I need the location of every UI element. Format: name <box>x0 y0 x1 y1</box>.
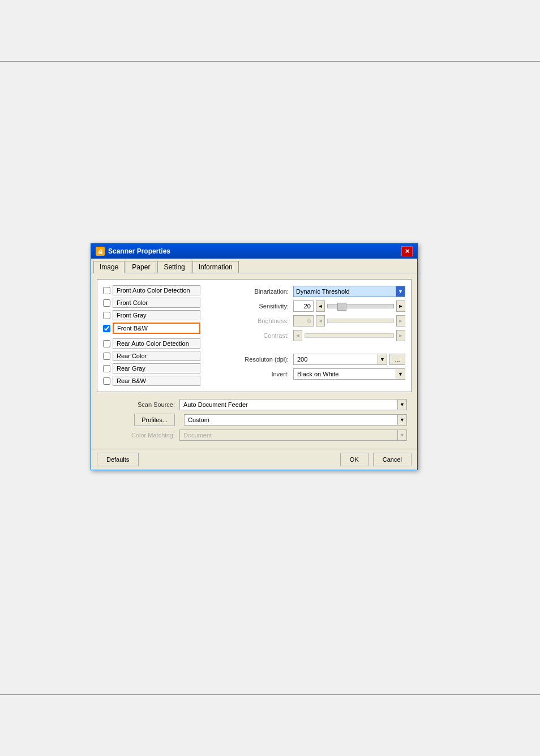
scan-source-control: Auto Document Feeder ▼ <box>179 399 407 410</box>
front-gray-item: Front Gray <box>103 310 216 320</box>
front-gray-checkbox[interactable] <box>103 312 110 319</box>
scan-source-value: Auto Document Feeder <box>180 400 251 409</box>
rear-color-checkbox[interactable] <box>103 353 110 360</box>
profiles-arrow[interactable]: ▼ <box>397 415 406 425</box>
contrast-row: Contrast: ◄ ► <box>221 329 405 342</box>
sensitivity-left-btn[interactable]: ◄ <box>316 300 325 312</box>
front-checkboxes: Front Auto Color Detection Front Color F… <box>103 285 216 334</box>
profiles-button[interactable]: Profiles... <box>134 414 175 426</box>
tab-paper[interactable]: Paper <box>126 261 156 273</box>
binarization-dropdown[interactable]: Dynamic Threshold ▼ <box>293 286 405 297</box>
dialog-tabs: Image Paper Setting Information <box>91 259 417 273</box>
profiles-row: Profiles... Custom ▼ <box>101 414 407 426</box>
dialog-title: 🖨 Scanner Properties <box>96 247 170 256</box>
close-button[interactable]: ✕ <box>401 246 413 256</box>
brightness-row: Brightness: ◄ ► <box>221 315 405 327</box>
dialog-footer: Defaults OK Cancel <box>91 449 417 470</box>
resolution-dots-btn[interactable]: ... <box>389 354 405 365</box>
binarization-label: Binarization: <box>221 288 289 295</box>
profiles-value: Custom <box>185 415 213 424</box>
invert-value: Black on White <box>294 370 342 379</box>
binarization-value: Dynamic Threshold <box>294 287 352 296</box>
front-color-item: Front Color <box>103 298 216 308</box>
rear-bw-item: Rear B&W <box>103 376 216 386</box>
rear-color-label: Rear Color <box>113 351 200 361</box>
brightness-label: Brightness: <box>221 317 289 324</box>
binarization-row: Binarization: Dynamic Threshold ▼ <box>221 285 405 298</box>
cancel-button[interactable]: Cancel <box>373 453 412 466</box>
color-matching-control: Document ▼ <box>179 429 407 441</box>
invert-dropdown[interactable]: Black on White ▼ <box>293 368 405 380</box>
sensitivity-right-btn[interactable]: ► <box>396 300 405 312</box>
resolution-arrow[interactable]: ▼ <box>378 354 387 364</box>
main-panel: Front Auto Color Detection Front Color F… <box>97 279 412 392</box>
brightness-right-btn: ► <box>396 315 405 327</box>
invert-control: Black on White ▼ <box>293 368 405 380</box>
binarization-control: Dynamic Threshold ▼ <box>293 286 405 297</box>
contrast-right-btn: ► <box>396 330 405 341</box>
rear-color-item: Rear Color <box>103 351 216 361</box>
scan-source-dropdown[interactable]: Auto Document Feeder ▼ <box>179 399 407 410</box>
invert-row: Invert: Black on White ▼ <box>221 368 405 380</box>
front-bw-item: Front B&W <box>103 323 216 334</box>
dialog-content: Front Auto Color Detection Front Color F… <box>91 273 417 449</box>
contrast-slider <box>305 333 394 338</box>
invert-arrow[interactable]: ▼ <box>396 369 405 379</box>
rear-auto-color-checkbox[interactable] <box>103 340 110 347</box>
checkbox-columns: Front Auto Color Detection Front Color F… <box>103 285 216 386</box>
front-color-label: Front Color <box>113 298 200 308</box>
image-selection: Front Auto Color Detection Front Color F… <box>103 285 405 386</box>
sensitivity-slider[interactable] <box>327 304 394 308</box>
rear-gray-checkbox[interactable] <box>103 365 110 372</box>
contrast-label: Contrast: <box>221 332 289 339</box>
front-color-checkbox[interactable] <box>103 299 110 307</box>
sensitivity-control: ◄ ► <box>293 300 405 312</box>
invert-label: Invert: <box>221 371 289 377</box>
color-matching-dropdown: Document ▼ <box>179 429 407 441</box>
color-matching-arrow: ▼ <box>397 430 406 440</box>
binarization-arrow[interactable]: ▼ <box>396 286 405 297</box>
defaults-button[interactable]: Defaults <box>97 453 139 466</box>
color-matching-row: Color Matching: Document ▼ <box>101 429 407 441</box>
resolution-label: Resoluton (dpi): <box>221 356 289 363</box>
rear-gray-item: Rear Gray <box>103 363 216 373</box>
dialog-title-text: Scanner Properties <box>108 247 170 255</box>
sensitivity-thumb[interactable] <box>337 303 346 311</box>
scanner-icon: 🖨 <box>96 247 105 256</box>
dialog-titlebar: 🖨 Scanner Properties ✕ <box>91 244 417 259</box>
front-auto-color-label: Front Auto Color Detection <box>113 285 200 295</box>
front-gray-label: Front Gray <box>113 310 200 320</box>
brightness-left-btn: ◄ <box>316 315 325 327</box>
tab-setting[interactable]: Setting <box>157 261 191 273</box>
ok-button[interactable]: OK <box>340 453 368 466</box>
rear-auto-color-label: Rear Auto Color Detection <box>113 338 200 349</box>
resolution-value: 200 <box>294 355 311 364</box>
rear-gray-label: Rear Gray <box>113 363 200 373</box>
sensitivity-row: Sensitivity: ◄ ► <box>221 300 405 312</box>
scanner-properties-dialog: 🖨 Scanner Properties ✕ Image Paper Setti… <box>91 243 418 470</box>
resolution-control: 200 ▼ ... <box>293 354 405 365</box>
rear-bw-checkbox[interactable] <box>103 377 110 385</box>
rear-auto-color-item: Rear Auto Color Detection <box>103 338 216 349</box>
sensitivity-label: Sensitivity: <box>221 303 289 310</box>
sensitivity-input[interactable] <box>293 300 314 312</box>
front-bw-label: Front B&W <box>113 323 200 334</box>
scan-source-arrow[interactable]: ▼ <box>397 400 406 410</box>
rear-bw-label: Rear B&W <box>113 376 200 386</box>
front-auto-color-item: Front Auto Color Detection <box>103 285 216 295</box>
scan-source-row: Scan Source: Auto Document Feeder ▼ <box>101 399 407 410</box>
tab-image[interactable]: Image <box>93 261 125 273</box>
front-auto-color-checkbox[interactable] <box>103 287 110 294</box>
profiles-dropdown[interactable]: Custom ▼ <box>184 414 407 426</box>
resolution-dropdown[interactable]: 200 ▼ <box>293 354 387 365</box>
front-bw-checkbox[interactable] <box>103 325 110 332</box>
brightness-control: ◄ ► <box>293 315 405 327</box>
color-matching-label: Color Matching: <box>101 432 175 439</box>
brightness-input <box>293 315 314 327</box>
brightness-slider <box>327 319 394 323</box>
contrast-control: ◄ ► <box>293 330 405 341</box>
contrast-left-btn: ◄ <box>293 330 302 341</box>
tab-information[interactable]: Information <box>192 261 239 273</box>
scan-source-label: Scan Source: <box>101 401 175 408</box>
rear-checkboxes: Rear Auto Color Detection Rear Color Rea… <box>103 338 216 386</box>
